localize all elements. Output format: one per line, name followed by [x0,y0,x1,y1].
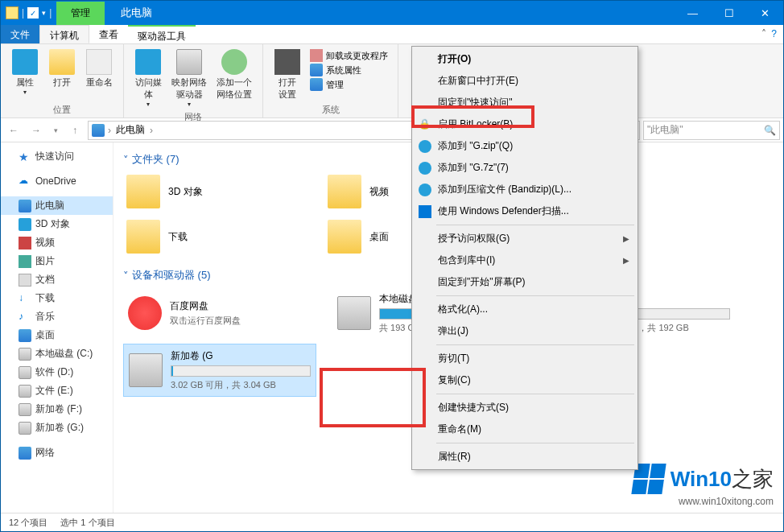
chevron-right-icon[interactable]: › [108,125,111,136]
tab-computer[interactable]: 计算机 [39,25,89,43]
properties-button[interactable]: 属性▾ [7,47,43,102]
maximize-button[interactable]: ☐ [711,1,747,25]
menu-enable-bitlocker[interactable]: 🔒启用 BitLocker(B) [414,113,636,135]
menu-pin-start[interactable]: 固定到"开始"屏幕(P) [414,271,636,293]
nav-videos[interactable]: 视频 [1,233,113,252]
drive-baidu[interactable]: 百度网盘双击运行百度网盘 [123,287,316,339]
open-button[interactable]: 打开 [44,47,80,102]
menu-pin-quick-access[interactable]: 固定到"快速访问" [414,92,636,113]
nav-onedrive[interactable]: ☁OneDrive [1,172,113,190]
watermark-url: www.win10xitong.com [633,496,774,507]
uninstall-icon [310,49,323,62]
status-item-count: 12 个项目 [9,517,47,529]
bandizip-icon [419,184,431,196]
menu-include-library[interactable]: 包含到库中(I)▶ [414,250,636,271]
menu-format[interactable]: 格式化(A)... [414,299,636,320]
forward-button[interactable]: → [27,121,46,140]
qat-check-icon[interactable]: ✓ [27,7,39,19]
search-icon[interactable]: 🔍 [764,125,776,136]
rename-button[interactable]: 重命名 [81,47,117,102]
chevron-right-icon[interactable]: › [150,125,153,136]
menu-cut[interactable]: 剪切(T) [414,348,636,369]
sysprops-button[interactable]: 系统属性 [310,64,388,76]
rename-icon [86,49,112,75]
close-button[interactable]: ✕ [747,1,783,25]
tab-drive-tools[interactable]: 驱动器工具 [128,25,196,43]
add-location-icon [221,49,247,75]
folder-icon [328,175,361,208]
nav-drive-d[interactable]: 软件 (D:) [1,363,113,381]
navigation-pane: ★快速访问 ☁OneDrive 此电脑 3D 对象 视频 图片 文档 ↓下载 ♪… [1,142,113,513]
nav-drive-e[interactable]: 文件 (E:) [1,381,113,400]
context-menu: 打开(O) 在新窗口中打开(E) 固定到"快速访问" 🔒启用 BitLocker… [411,46,638,470]
nav-documents[interactable]: 文档 [1,270,113,289]
folder-icon [328,220,361,254]
search-input[interactable]: "此电脑" 🔍 [643,121,780,140]
baidu-icon [128,296,162,330]
ribbon-collapse-icon[interactable]: ˄ [761,28,766,40]
menu-add-bandizip[interactable]: 添加到压缩文件 (Bandizip)(L)... [414,179,636,200]
recent-dropdown[interactable]: ▾ [49,121,62,140]
shield-icon [419,205,431,218]
menu-open[interactable]: 打开(O) [414,48,636,70]
qat-dropdown-icon[interactable]: ▾ [42,9,46,17]
chevron-down-icon: ˅ [123,270,129,282]
manage-button[interactable]: 管理 [310,78,388,91]
menu-rename[interactable]: 重命名(M) [414,419,636,440]
up-button[interactable]: ↑ [65,121,85,140]
menu-separator [436,394,634,394]
drive-icon [19,385,31,398]
tab-view[interactable]: 查看 [89,25,128,43]
drive-icon [337,296,371,330]
contextual-tab-manage[interactable]: 管理 [56,2,105,25]
drive-icon [19,366,31,379]
desktop-icon [19,329,31,342]
access-media-button[interactable]: 访问媒体▾ [130,47,166,109]
video-icon [19,237,31,250]
minimize-button[interactable]: — [675,1,711,25]
qat-sep2: | [49,7,52,19]
picture-icon [19,255,31,268]
tab-file[interactable]: 文件 [1,25,39,43]
nav-drive-f[interactable]: 新加卷 (F:) [1,400,113,419]
menu-properties[interactable]: 属性(R) [414,446,636,468]
drive-icon [19,422,31,435]
nav-drive-g[interactable]: 新加卷 (G:) [1,419,113,437]
bandizip-icon [419,162,431,175]
nav-network[interactable]: 网络 [1,443,113,462]
drive-icon [19,348,31,361]
app-icon [6,6,19,19]
menu-create-shortcut[interactable]: 创建快捷方式(S) [414,397,636,419]
add-location-button[interactable]: 添加一个 网络位置 [213,47,256,109]
bandizip-icon [419,140,431,153]
menu-add-g7z[interactable]: 添加到 "G.7z"(7) [414,157,636,179]
open-settings-button[interactable]: 打开 设置 [270,47,305,102]
folder-3d-objects[interactable]: 3D 对象 [123,171,308,212]
nav-desktop[interactable]: 桌面 [1,326,113,344]
nav-this-pc[interactable]: 此电脑 [1,196,113,215]
menu-eject[interactable]: 弹出(J) [414,320,636,342]
menu-add-gzip[interactable]: 添加到 "G.zip"(Q) [414,135,636,157]
drive-g-selected[interactable]: 新加卷 (G3.02 GB 可用，共 3.04 GB [123,344,316,397]
breadcrumb-root[interactable]: 此电脑 [114,123,146,137]
nav-3d-objects[interactable]: 3D 对象 [1,215,113,233]
nav-quick-access[interactable]: ★快速访问 [1,147,113,166]
pc-icon [92,124,105,137]
nav-pictures[interactable]: 图片 [1,252,113,270]
nav-music[interactable]: ♪音乐 [1,307,113,326]
window-title: 此电脑 [105,6,168,20]
nav-drive-c[interactable]: 本地磁盘 (C:) [1,344,113,363]
menu-copy[interactable]: 复制(C) [414,369,636,391]
open-icon [49,49,75,75]
network-icon [19,447,31,460]
help-icon[interactable]: ? [771,28,777,40]
menu-open-new-window[interactable]: 在新窗口中打开(E) [414,70,636,92]
map-drive-button[interactable]: 映射网络 驱动器▾ [167,47,211,109]
menu-separator [436,344,634,345]
nav-downloads[interactable]: ↓下载 [1,289,113,307]
uninstall-button[interactable]: 卸载或更改程序 [310,49,388,62]
menu-defender-scan[interactable]: 使用 Windows Defender扫描... [414,200,636,222]
menu-grant-access[interactable]: 授予访问权限(G)▶ [414,228,636,250]
folder-downloads[interactable]: 下载 [123,217,308,257]
back-button[interactable]: ← [4,121,23,140]
